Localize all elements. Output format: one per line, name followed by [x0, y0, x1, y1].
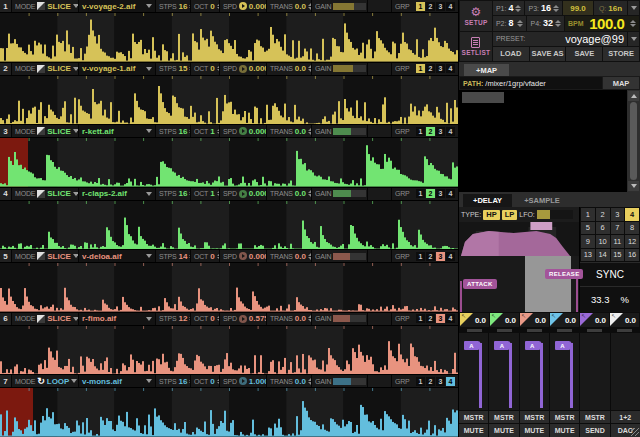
tab-map[interactable]: +MAP	[464, 64, 509, 76]
fader-handle[interactable]: A	[464, 341, 479, 350]
grp-button-2[interactable]: 2	[426, 64, 435, 73]
preset-dropdown[interactable]	[628, 32, 639, 46]
octave-field[interactable]: OCT 0	[191, 63, 220, 75]
mstr-button[interactable]: MSTR	[459, 411, 488, 423]
pattern-cell-1[interactable]: 1	[581, 208, 595, 221]
stepper-icon[interactable]	[553, 5, 559, 12]
fader-handle[interactable]: A	[525, 341, 540, 350]
mute-button[interactable]: MUTE	[550, 424, 579, 437]
mode-selector[interactable]: MODE ↻ LOOP	[12, 375, 79, 387]
mode-selector[interactable]: MODE SLICE	[12, 188, 79, 200]
grp-button-3[interactable]: 3	[436, 2, 445, 11]
octave-field[interactable]: OCT 0	[191, 375, 220, 387]
filter-display[interactable]	[459, 222, 579, 256]
fader-track[interactable]	[479, 343, 482, 408]
pattern-cell-6[interactable]: 6	[596, 222, 610, 235]
preset-field[interactable]: PRESET: voyage@99	[493, 32, 627, 46]
grp-button-4[interactable]: 4	[446, 189, 455, 198]
grp-button-1[interactable]: 1	[416, 377, 425, 386]
mute-button[interactable]: MUTE	[459, 424, 488, 437]
pattern-cell-7[interactable]: 7	[611, 222, 625, 235]
octave-field[interactable]: OCT 0	[191, 313, 220, 325]
fader-handle[interactable]: A	[555, 341, 570, 350]
waveform-display[interactable]	[0, 13, 458, 62]
waveform-display[interactable]	[0, 326, 458, 375]
mixer-channel-2[interactable]: A	[489, 333, 519, 410]
save-as-button[interactable]: SAVE AS	[530, 47, 566, 61]
waveform-display[interactable]	[0, 388, 458, 437]
grp-button-2[interactable]: 2	[426, 2, 435, 11]
play-knob-icon[interactable]	[239, 65, 247, 73]
waveform-display[interactable]	[0, 263, 458, 312]
grp-button-3[interactable]: 3	[436, 64, 445, 73]
grp-button-4[interactable]: 4	[446, 127, 455, 136]
stepper-icon[interactable]	[515, 5, 521, 12]
stepper-icon[interactable]	[555, 20, 561, 27]
speed-field[interactable]: SPD 0.000	[220, 63, 267, 75]
save-button[interactable]: SAVE	[566, 47, 602, 61]
chevron-down-icon[interactable]	[73, 254, 79, 258]
steps-field[interactable]: STPS 16	[156, 188, 191, 200]
mixer-channel-3[interactable]: A	[520, 333, 550, 410]
grp-button-2[interactable]: 2	[426, 189, 435, 198]
quantize-field[interactable]: Q: 16n	[594, 1, 627, 15]
play-knob-icon[interactable]	[239, 190, 247, 198]
pattern-cell-5[interactable]: 5	[581, 222, 595, 235]
pattern-cell-15[interactable]: 15	[611, 249, 625, 262]
gain-slider[interactable]	[333, 315, 366, 322]
map-button[interactable]: MAP	[603, 77, 639, 89]
speed-field[interactable]: SPD 1.000	[220, 375, 267, 387]
grp-button-2[interactable]: 2	[426, 252, 435, 261]
group-fader-4[interactable]: ↖0.0	[550, 313, 579, 333]
mute-button[interactable]: MUTE	[520, 424, 549, 437]
lp-button[interactable]: LP	[502, 210, 518, 220]
pattern-cell-9[interactable]: 9	[581, 235, 595, 248]
chevron-down-icon[interactable]	[146, 379, 152, 383]
mstr-button[interactable]: MSTR	[550, 411, 579, 423]
release-region[interactable]	[525, 256, 571, 312]
store-button[interactable]: STORE	[603, 47, 639, 61]
octave-field[interactable]: OCT 1	[191, 125, 220, 137]
pattern-cell-10[interactable]: 10	[596, 235, 610, 248]
grp-button-1[interactable]: 1	[416, 64, 425, 73]
pattern-cell-14[interactable]: 14	[596, 249, 610, 262]
sample-selector[interactable]: v-voyage-1.aif	[79, 63, 156, 75]
scroll-up-icon[interactable]	[628, 91, 639, 101]
play-knob-icon[interactable]	[239, 252, 247, 260]
chevron-down-icon[interactable]	[146, 254, 152, 258]
chevron-down-icon[interactable]	[146, 317, 152, 321]
gain-field[interactable]: GAIN	[312, 0, 368, 12]
gain-slider[interactable]	[333, 128, 366, 135]
stepper-icon[interactable]	[517, 20, 523, 27]
mute-button[interactable]: MUTE	[489, 424, 518, 437]
grp-button-3[interactable]: 3	[436, 314, 445, 323]
octave-field[interactable]: OCT 1	[191, 188, 220, 200]
envelope-zone[interactable]: ATTACK RELEASE	[459, 256, 579, 312]
load-button[interactable]: LOAD	[493, 47, 529, 61]
gain-field[interactable]: GAIN	[312, 188, 368, 200]
mode-selector[interactable]: MODE SLICE	[12, 63, 79, 75]
mapping-list[interactable]	[459, 90, 640, 192]
sample-selector[interactable]: r-claps-2.aif	[79, 188, 156, 200]
scrollbar-thumb[interactable]	[630, 102, 637, 180]
speed-field[interactable]: SPD 0.000	[220, 125, 267, 137]
chevron-down-icon[interactable]	[73, 192, 79, 196]
waveform-display[interactable]	[0, 76, 458, 125]
group-fader-3[interactable]: ↖0.0	[520, 313, 549, 333]
chevron-down-icon[interactable]	[146, 192, 152, 196]
grp-button-1[interactable]: 1	[416, 314, 425, 323]
gain-slider[interactable]	[333, 65, 366, 72]
p2-field[interactable]: P2: 8	[493, 16, 527, 30]
sync-amount[interactable]: 33.3 %	[580, 287, 640, 311]
transpose-field[interactable]: TRANS 0.0	[267, 0, 312, 12]
mstr-button[interactable]: MSTR	[520, 411, 549, 423]
sample-selector[interactable]: v-voyage-2.aif	[79, 0, 156, 12]
transpose-field[interactable]: TRANS 0.0	[267, 375, 312, 387]
sample-selector[interactable]: v-deloa.aif	[79, 250, 156, 262]
sample-selector[interactable]: r-kett.aif	[79, 125, 156, 137]
attack-handle[interactable]: ATTACK	[463, 279, 497, 289]
transpose-field[interactable]: TRANS 0.0	[267, 125, 312, 137]
steps-field[interactable]: STPS 16	[156, 125, 191, 137]
grp-button-1[interactable]: 1	[416, 189, 425, 198]
gain-field[interactable]: GAIN	[312, 250, 368, 262]
